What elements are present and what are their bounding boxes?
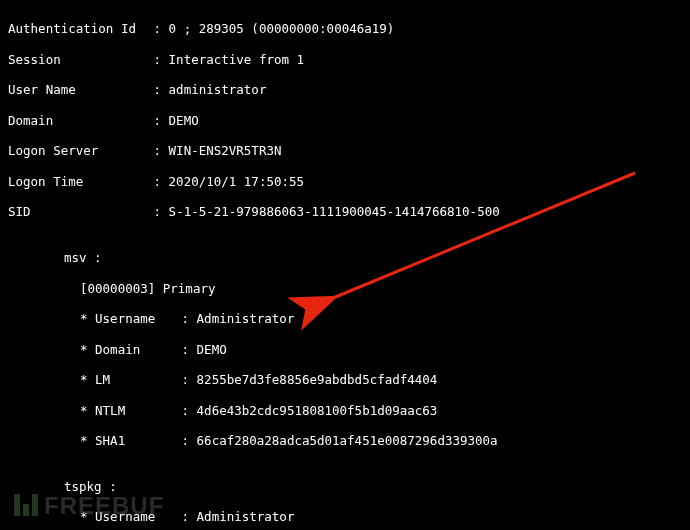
- msv-sha1: * SHA1 : 66caf280a28adca5d01af451e008729…: [8, 433, 690, 448]
- session-label: Session: [8, 52, 146, 67]
- user-name-line: User Name : administrator: [8, 82, 690, 97]
- domain-value: DEMO: [169, 113, 199, 128]
- logon-server-value: WIN-ENS2VR5TR3N: [169, 143, 282, 158]
- msv-section: msv :: [8, 250, 690, 265]
- user-name-label: User Name: [8, 82, 146, 97]
- logon-server-line: Logon Server : WIN-ENS2VR5TR3N: [8, 143, 690, 158]
- msv-id: [00000003] Primary: [8, 281, 690, 296]
- auth-id-value: 0 ; 289305 (00000000:00046a19): [169, 21, 395, 36]
- user-name-value: administrator: [169, 82, 267, 97]
- logon-time-line: Logon Time : 2020/10/1 17:50:55: [8, 174, 690, 189]
- sid-value: S-1-5-21-979886063-1111900045-1414766810…: [169, 204, 500, 219]
- sid-line: SID : S-1-5-21-979886063-1111900045-1414…: [8, 204, 690, 219]
- watermark-text: FREEBUF: [44, 491, 164, 520]
- auth-id-line: Authentication Id : 0 ; 289305 (00000000…: [8, 21, 690, 36]
- msv-username: * Username : Administrator: [8, 311, 690, 326]
- logon-server-label: Logon Server: [8, 143, 146, 158]
- msv-lm: * LM : 8255be7d3fe8856e9abdbd5cfadf4404: [8, 372, 690, 387]
- msv-ntlm: * NTLM : 4d6e43b2cdc951808100f5b1d09aac6…: [8, 403, 690, 418]
- domain-line: Domain : DEMO: [8, 113, 690, 128]
- watermark-icon: [14, 494, 38, 516]
- watermark: FREEBUF: [14, 491, 164, 520]
- auth-id-label: Authentication Id: [8, 21, 146, 36]
- logon-time-value: 2020/10/1 17:50:55: [169, 174, 304, 189]
- msv-domain: * Domain : DEMO: [8, 342, 690, 357]
- session-value: Interactive from 1: [169, 52, 304, 67]
- session-line: Session : Interactive from 1: [8, 52, 690, 67]
- domain-label: Domain: [8, 113, 146, 128]
- sid-label: SID: [8, 204, 146, 219]
- terminal-output: Authentication Id : 0 ; 289305 (00000000…: [0, 0, 690, 530]
- logon-time-label: Logon Time: [8, 174, 146, 189]
